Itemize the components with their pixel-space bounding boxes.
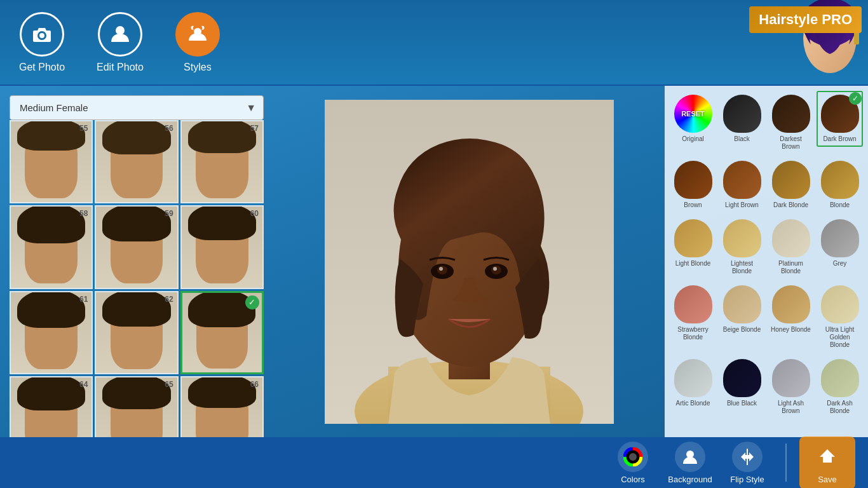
person-icon [98,12,142,57]
app-title: Hairstyle PRO [749,6,862,33]
style-item-63[interactable]: ✓ [180,291,264,374]
background-icon [675,442,705,472]
nav-edit-photo-label: Edit Photo [97,62,144,73]
color-blue-black-label: Blue Black [727,400,757,407]
color-beige[interactable]: Beige Blonde [719,281,765,337]
nav-get-photo-label: Get Photo [19,62,65,73]
colors-icon [618,442,648,472]
background-button[interactable]: Background [665,438,715,487]
color-grey[interactable]: Grey [817,215,863,271]
color-light-ash[interactable]: Light Ash Brown [768,355,814,419]
nav-styles-label: Styles [184,62,212,73]
color-artic[interactable]: Artic Blonde [670,355,716,411]
grey-swatch [821,219,859,257]
color-panel: RESET Original Black Darkest Brown [665,86,868,437]
color-platinum[interactable]: Platinum Blonde [768,215,814,279]
color-platinum-wrap: Platinum Blonde [768,215,814,279]
light-blonde-swatch [674,219,712,257]
nav-get-photo[interactable]: Get Photo [19,12,65,73]
color-lightest-blonde[interactable]: Lightest Blonde [719,215,765,279]
color-original-label: Original [682,135,703,143]
blue-black-swatch [723,359,761,397]
color-honey-wrap: Honey Blonde [768,281,814,353]
color-black-wrap: Black [719,91,765,154]
style-item-61[interactable]: 61 [10,291,93,374]
colors-button[interactable]: Colors [607,438,658,487]
darkest-brown-swatch [772,95,810,133]
color-honey[interactable]: Honey Blonde [768,281,814,337]
color-darkest-brown-wrap: Darkest Brown [768,91,814,154]
color-artic-label: Artic Blonde [676,400,710,407]
color-dark-brown-label: Dark Brown [823,135,856,143]
brown-swatch [674,161,712,199]
nav-edit-photo[interactable]: Edit Photo [97,12,144,73]
color-blue-black[interactable]: Blue Black [719,355,765,411]
selected-checkmark: ✓ [245,295,259,309]
style-item-64[interactable]: 64 [10,376,93,437]
color-grey-label: Grey [833,260,847,268]
artic-swatch [674,359,712,397]
style-item-57[interactable]: 57 [180,120,264,203]
color-original[interactable]: RESET Original [670,91,716,147]
color-darkest-brown[interactable]: Darkest Brown [768,91,814,154]
color-black[interactable]: Black [719,91,765,147]
style-item-55[interactable]: 55 [10,120,93,203]
dark-brown-checkmark: ✓ [849,92,862,105]
color-dark-blonde[interactable]: Dark Blonde [768,157,814,213]
color-light-brown[interactable]: Light Brown [719,157,765,213]
style-item-66[interactable]: 66 [180,376,264,437]
header: Get Photo Edit Photo Styles Hairstyle PR… [0,0,868,86]
color-ultra-light[interactable]: Ultra Light Golden Blonde [817,281,863,353]
color-light-ash-label: Light Ash Brown [770,400,811,415]
color-blonde-wrap: Blonde [817,157,863,213]
main-content: Medium Female Short Female Long Female S… [0,86,868,437]
style-category-dropdown-wrapper[interactable]: Medium Female Short Female Long Female S… [10,95,264,120]
style-item-60[interactable]: 60 [180,205,264,288]
color-honey-label: Honey Blonde [771,326,811,334]
color-strawberry[interactable]: Strawberry Blonde [670,281,716,345]
light-ash-swatch [772,359,810,397]
color-dark-ash-label: Dark Ash Blonde [819,400,860,415]
strawberry-swatch [674,285,712,323]
save-button[interactable]: Save [799,437,855,489]
dark-ash-swatch [821,359,859,397]
ultra-light-swatch [821,285,859,323]
flip-label: Flip Style [730,475,764,484]
color-ultra-light-label: Ultra Light Golden Blonde [819,326,860,349]
color-blue-black-wrap: Blue Black [719,355,765,419]
save-label: Save [818,475,837,484]
color-blonde[interactable]: Blonde [817,157,863,213]
style-item-65[interactable]: 65 [95,376,178,437]
style-item-56[interactable]: 56 [95,120,178,203]
save-icon [812,442,843,472]
honey-swatch [772,285,810,323]
style-category-select[interactable]: Medium Female Short Female Long Female S… [10,95,264,120]
color-grid: RESET Original Black Darkest Brown [670,91,863,419]
black-swatch [723,95,761,133]
color-lightest-blonde-wrap: Lightest Blonde [719,215,765,279]
style-item-62[interactable]: 62 [95,291,178,374]
color-light-blonde[interactable]: Light Blonde [670,215,716,271]
color-brown-wrap: Brown [670,157,716,213]
flip-style-button[interactable]: Flip Style [722,438,773,487]
color-dark-ash[interactable]: Dark Ash Blonde [817,355,863,419]
svg-point-23 [629,453,637,461]
color-darkest-brown-label: Darkest Brown [770,135,811,151]
style-item-59[interactable]: 59 [95,205,178,288]
colors-label: Colors [621,475,645,484]
color-brown[interactable]: Brown [670,157,716,213]
color-black-label: Black [734,135,749,143]
light-brown-swatch [723,161,761,199]
svg-point-21 [493,267,497,271]
camera-icon [20,12,64,57]
color-light-blonde-wrap: Light Blonde [670,215,716,279]
nav-styles[interactable]: Styles [175,12,220,73]
color-original-wrap: RESET Original [670,91,716,154]
flip-icon [732,442,763,472]
color-beige-label: Beige Blonde [723,326,761,334]
color-blonde-label: Blonde [830,201,850,209]
color-platinum-label: Platinum Blonde [770,260,811,275]
style-grid: 55 56 57 58 [10,120,264,437]
color-dark-ash-wrap: Dark Ash Blonde [817,355,863,419]
style-item-58[interactable]: 58 [10,205,93,288]
